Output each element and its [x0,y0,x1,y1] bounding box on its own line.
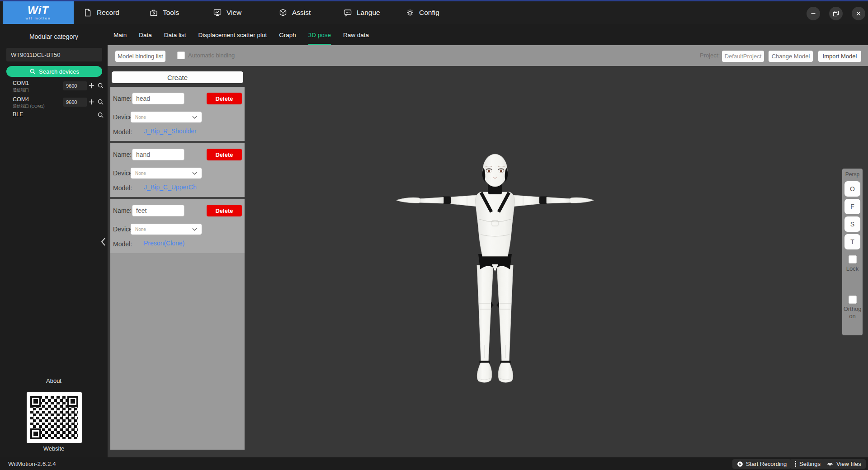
device-row-com1[interactable]: COM1 通信端口 [13,80,29,93]
menu-config[interactable]: Config [406,1,439,24]
record-icon [83,8,92,17]
menu-record[interactable]: Record [83,1,119,24]
record-play-icon [737,461,743,467]
humanoid-3d-model [392,151,600,386]
view-files-button[interactable]: View files [822,459,866,469]
name-label: Name: [113,151,132,158]
menu-assist[interactable]: Assist [278,1,311,24]
eye-icon [826,461,834,467]
3d-viewport[interactable]: Create Name: Delete Device: None Model: … [108,66,868,457]
binding-device-select[interactable]: None [131,112,202,122]
device-name: COM1 [13,80,29,86]
kebab-menu-icon [794,461,797,467]
lock-checkbox[interactable] [849,255,857,263]
view-icon [213,8,222,17]
close-button[interactable] [852,7,865,20]
modular-category-title: Modular category [0,33,108,40]
collapse-panel-button[interactable] [99,237,108,247]
model-bone-link[interactable]: Preson(Clone) [144,240,184,247]
view-files-label: View files [836,461,861,467]
binding-card-head: Name: Delete Device: None Model: J_Bip_R… [110,87,245,141]
settings-button[interactable]: Settings [790,459,825,469]
minimize-button[interactable] [807,7,820,20]
model-label: Model: [113,128,132,136]
device-row-ble[interactable]: BLE [13,111,24,118]
device-row-com4[interactable]: COM4 通信端口 (COM1) [13,96,45,109]
logo-title: WiT [28,5,49,16]
qr-pattern [30,396,78,439]
import-model-button[interactable]: Import Model [818,51,861,62]
menu-view[interactable]: View [213,1,241,24]
tab-data[interactable]: Data [139,26,152,45]
orthogon-checkbox[interactable] [849,296,857,304]
add-device-button-com1[interactable] [88,82,95,91]
tab-data-list[interactable]: Data list [164,26,186,45]
search-device-button-ble[interactable] [97,112,104,120]
baud-input-com1[interactable] [63,81,87,90]
search-icon [97,112,104,118]
binding-device-select[interactable]: None [131,168,202,179]
tab-displacement-scatter-plot[interactable]: Displacement scatter plot [198,26,267,45]
search-icon [29,68,36,75]
chevron-down-icon [192,172,197,175]
tab-raw-data[interactable]: Raw data [343,26,369,45]
binding-card-feet: Name: Delete Device: None Model: Preson(… [110,199,245,253]
device-name: BLE [13,111,24,118]
qr-finder [30,396,41,407]
menu-langue[interactable]: Langue [343,1,380,24]
delete-binding-button[interactable]: Delete [207,149,242,160]
app-logo: WiT wit motion [3,1,74,24]
binding-name-input[interactable] [132,149,184,160]
device-subtitle: 通信端口 [13,87,29,93]
model-binding-list-button[interactable]: Model binding list [115,51,165,62]
menu-langue-label: Langue [357,9,380,17]
about-label[interactable]: About [0,377,108,384]
automatic-binding-checkbox[interactable] [177,52,185,59]
binding-device-select[interactable]: None [131,224,202,235]
settings-label: Settings [799,461,821,467]
view-button-f[interactable]: F [844,199,860,214]
app-version: WitMotion-2.6.2.4 [8,461,56,467]
website-qr-code [27,392,82,443]
menu-tools[interactable]: Tools [149,1,179,24]
search-icon [97,82,104,89]
binding-name-input[interactable] [132,205,184,216]
baud-input-com4[interactable] [63,98,87,107]
create-binding-button[interactable]: Create [112,71,243,83]
search-devices-button[interactable]: Search devices [6,66,102,77]
restore-button[interactable] [829,7,843,20]
delete-binding-button[interactable]: Delete [207,205,242,216]
tab-graph[interactable]: Graph [279,26,296,45]
project-name-button[interactable]: DefaultProject [722,51,764,62]
search-device-button-com4[interactable] [97,99,104,107]
model-bone-link[interactable]: J_Bip_R_Shoulder [144,127,197,135]
search-device-button-com1[interactable] [97,82,104,91]
device-select-value: None [135,115,146,120]
tab-3d-pose[interactable]: 3D pose [308,26,331,45]
sidebar: Modular category Search devices COM1 通信端… [0,24,108,457]
website-label[interactable]: Website [0,445,108,452]
perspective-label: Persp [842,171,863,178]
chevron-left-icon [100,237,106,246]
start-recording-label: Start Recording [746,461,787,467]
binding-toolbar: Model binding list Automatic binding Pro… [108,45,868,66]
device-model-select[interactable] [6,48,102,61]
view-button-t[interactable]: T [844,234,860,249]
lock-label: Lock [842,265,863,273]
change-model-button[interactable]: Change Model [769,51,813,62]
automatic-binding-label: Automatic binding [188,52,235,59]
view-button-o[interactable]: O [844,181,860,197]
add-device-button-com4[interactable] [88,99,95,107]
orthogon-label: Orthogon [842,306,863,320]
binding-name-input[interactable] [132,93,184,104]
model-bone-link[interactable]: J_Bip_C_UpperCh [144,183,197,191]
model-label: Model: [113,184,132,192]
menu-record-label: Record [97,9,119,17]
tab-main[interactable]: Main [113,26,127,45]
delete-binding-button[interactable]: Delete [207,93,242,104]
close-icon [854,9,863,18]
view-button-s[interactable]: S [844,216,860,232]
tools-icon [149,8,158,17]
start-recording-button[interactable]: Start Recording [732,459,791,469]
menu-assist-label: Assist [292,9,311,17]
